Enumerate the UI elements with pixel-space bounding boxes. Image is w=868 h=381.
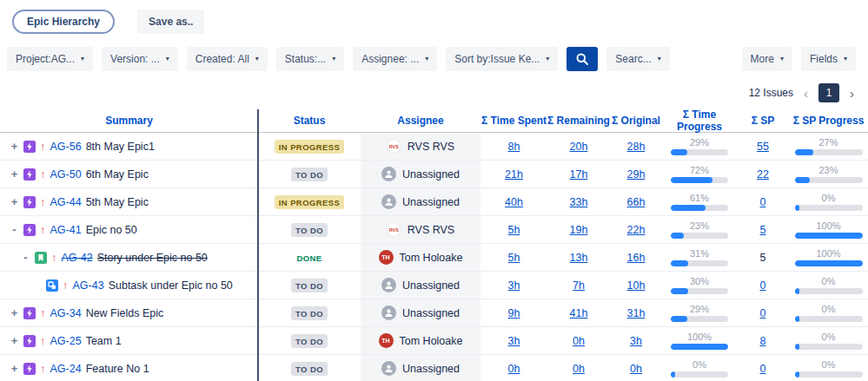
issue-key-link[interactable]: AG-44 (50, 196, 82, 208)
original-link[interactable]: 29h (627, 168, 646, 181)
original-link[interactable]: 0h (630, 363, 642, 375)
time-spent-link[interactable]: 21h (505, 168, 523, 181)
time-spent-link[interactable]: 5h (508, 224, 520, 236)
assignee-cell: RVS RVS RVS (361, 216, 480, 243)
original-link[interactable]: 10h (627, 279, 646, 292)
avatar: TH (379, 333, 394, 348)
expand-toggle-icon[interactable]: + (10, 168, 19, 180)
status-cell: TO DO (258, 272, 361, 299)
sp-link[interactable]: 22 (757, 168, 769, 181)
column-header-sp-progress[interactable]: Σ SP Progress (789, 115, 868, 127)
sp-link[interactable]: 0 (760, 307, 766, 319)
issue-key-link[interactable]: AG-25 (50, 335, 82, 347)
assignee-cell: RVS RVS RVS (361, 133, 480, 160)
filter-project-ag[interactable]: Project:AG...▾ (7, 47, 93, 71)
time-spent-link[interactable]: 9h (508, 307, 520, 319)
sp-link[interactable]: 0 (760, 363, 766, 375)
epic-icon (23, 141, 36, 153)
time-spent-link[interactable]: 3h (508, 279, 520, 292)
filter-status[interactable]: Status:...▾ (276, 47, 344, 71)
status-badge: TO DO (291, 279, 328, 292)
time-spent-link[interactable]: 5h (508, 252, 520, 264)
priority-highest-icon: ↑ (63, 279, 69, 291)
sp-link[interactable]: 0 (760, 196, 766, 208)
pagination-page-1[interactable]: 1 (818, 83, 839, 102)
time-progress-label: 29% (690, 304, 709, 315)
remaining-link[interactable]: 41h (570, 307, 588, 319)
original-link[interactable]: 16h (627, 252, 646, 264)
original-link[interactable]: 28h (627, 141, 646, 153)
save-as-button[interactable]: Save as.. (137, 10, 204, 34)
filter-sort-by-issue-ke[interactable]: Sort by:Issue Ke...▾ (446, 47, 558, 71)
expand-toggle-icon[interactable]: - (21, 252, 30, 263)
sp-progress-label: 100% (816, 248, 840, 259)
filter-created-all[interactable]: Created: All▾ (187, 47, 268, 71)
original-cell: 3h (610, 327, 662, 354)
time-spent-link[interactable]: 3h (508, 335, 520, 347)
epic-hierarchy-button[interactable]: Epic Hierarchy (12, 10, 115, 34)
remaining-link[interactable]: 7h (573, 279, 585, 292)
original-cell: 0h (610, 355, 662, 381)
column-header-remaining[interactable]: Σ Remaining (547, 115, 610, 127)
issue-key-link[interactable]: AG-41 (50, 224, 82, 236)
status-badge: TO DO (291, 223, 328, 237)
remaining-cell: 7h (547, 272, 610, 299)
remaining-link[interactable]: 0h (573, 335, 585, 347)
issue-key-link[interactable]: AG-42 (62, 252, 93, 264)
table-row: + ↑ AG-25 Team 1 TO DO TH Tom Holoake 3h… (0, 327, 868, 355)
original-link[interactable]: 31h (627, 307, 646, 319)
issue-key-link[interactable]: AG-24 (50, 363, 82, 375)
original-link[interactable]: 22h (627, 224, 646, 236)
filter-assignee[interactable]: Assignee: ...▾ (353, 47, 437, 71)
pagination-next-icon[interactable]: › (850, 87, 854, 100)
expand-toggle-icon[interactable]: + (10, 196, 19, 207)
remaining-link[interactable]: 19h (570, 224, 588, 236)
issue-key-link[interactable]: AG-56 (50, 141, 82, 153)
epic-icon (23, 307, 36, 319)
column-header-time-spent[interactable]: Σ Time Spent (480, 115, 547, 127)
filter-fields[interactable]: Fields▾ (801, 47, 856, 71)
sp-link[interactable]: 0 (760, 279, 766, 292)
column-header-assignee[interactable]: Assignee (361, 115, 480, 127)
column-header-sp[interactable]: Σ SP (737, 115, 789, 127)
issue-key-link[interactable]: AG-34 (50, 307, 82, 319)
assignee-cell: Unassigned (361, 272, 480, 299)
original-link[interactable]: 66h (627, 196, 646, 208)
sp-link[interactable]: 55 (757, 141, 769, 153)
time-spent-link[interactable]: 40h (505, 196, 523, 208)
remaining-cell: 0h (547, 327, 610, 354)
column-header-summary[interactable]: Summary (0, 115, 258, 127)
column-header-original[interactable]: Σ Original (610, 115, 662, 127)
remaining-link[interactable]: 0h (573, 363, 585, 375)
filter-searc[interactable]: Searc...▾ (606, 47, 669, 71)
remaining-link[interactable]: 13h (570, 252, 588, 264)
issue-key-link[interactable]: AG-43 (73, 279, 104, 292)
column-header-status[interactable]: Status (258, 115, 361, 127)
expand-toggle-icon[interactable]: + (10, 363, 19, 374)
remaining-link[interactable]: 20h (570, 141, 588, 153)
sp-link[interactable]: 5 (760, 224, 766, 236)
time-spent-link[interactable]: 0h (508, 363, 520, 375)
indent-spacer (5, 257, 17, 258)
issue-key-link[interactable]: AG-50 (50, 168, 82, 181)
time-spent-link[interactable]: 8h (508, 141, 520, 153)
unassigned-avatar-icon (381, 361, 396, 376)
time-progress-label: 61% (690, 193, 709, 204)
remaining-link[interactable]: 17h (570, 168, 588, 181)
expand-toggle-icon[interactable]: - (10, 224, 19, 235)
expand-toggle-icon[interactable]: + (10, 335, 19, 346)
sp-progress: 0% (795, 304, 863, 322)
search-button[interactable] (567, 47, 598, 71)
original-link[interactable]: 3h (630, 335, 642, 347)
filter-more[interactable]: More▾ (742, 47, 792, 71)
sp-link[interactable]: 8 (760, 335, 766, 347)
column-header-time-progress[interactable]: Σ Time Progress (662, 108, 737, 133)
expand-toggle-icon[interactable]: + (10, 307, 19, 319)
filter-version[interactable]: Version: ...▾ (102, 47, 178, 71)
summary-column-divider[interactable] (257, 109, 259, 381)
time-progress-cell: 72% (662, 161, 737, 187)
remaining-link[interactable]: 33h (570, 196, 588, 208)
expand-toggle-icon[interactable]: + (10, 141, 19, 152)
pagination-prev-icon[interactable]: ‹ (804, 87, 808, 100)
remaining-cell: 33h (547, 188, 610, 215)
